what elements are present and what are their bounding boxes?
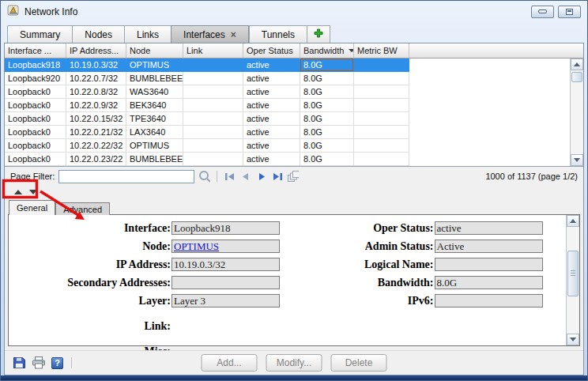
- table-row[interactable]: Loopback0 10.22.0.8/32 WAS3640 active 8.…: [5, 85, 570, 99]
- column-header-bandwidth[interactable]: Bandwidth: [300, 43, 354, 58]
- column-header-interface[interactable]: Interface ...: [5, 43, 66, 58]
- bandwidth-field: 8.0G: [435, 276, 543, 289]
- link-label: Link:: [9, 320, 172, 333]
- action-buttons: Add... Modify... Delete: [202, 354, 387, 372]
- goto-page-icon[interactable]: [287, 171, 299, 183]
- scrollbar-header-spacer: [570, 43, 583, 58]
- column-header-ip-address[interactable]: IP Address...: [66, 43, 126, 58]
- close-tab-icon[interactable]: ×: [231, 31, 236, 39]
- previous-page-icon[interactable]: [239, 171, 251, 183]
- detail-scrollbar[interactable]: [566, 215, 579, 345]
- table-row[interactable]: Loopback0 10.22.0.15/32 TPE3640 active 8…: [5, 112, 570, 126]
- cell-node: BUMBLEBEE: [126, 72, 183, 85]
- table-row[interactable]: Loopback0 10.22.0.21/32 LAX3640 active 8…: [5, 126, 570, 139]
- cell-link: [183, 99, 243, 112]
- table-row[interactable]: Loopback0 10.22.0.22/32 OPTIMUS active 8…: [5, 139, 570, 153]
- table-scrollbar[interactable]: [570, 58, 583, 166]
- last-page-icon[interactable]: [271, 171, 283, 183]
- cell-oper-status: active: [243, 139, 300, 153]
- cell-node: BUMBLEBEE: [126, 153, 183, 166]
- column-header-node[interactable]: Node: [126, 43, 183, 58]
- page-filter-input[interactable]: [58, 170, 194, 183]
- print-icon[interactable]: [32, 356, 46, 370]
- arrow-up-icon: [570, 219, 576, 223]
- bandwidth-label: Bandwidth:: [288, 277, 435, 289]
- cell-metric-bw: [354, 153, 409, 166]
- sort-desc-icon: [349, 49, 354, 52]
- network-info-window: Network Info Summary Nodes Links Interfa…: [0, 0, 588, 381]
- tab-advanced[interactable]: Advanced: [55, 202, 110, 215]
- page-filter-label: Page Filter:: [10, 172, 55, 181]
- add-tab-button[interactable]: [307, 25, 330, 43]
- cell-ip: 10.22.0.23/22: [66, 153, 126, 166]
- layer-field: Layer 3: [172, 294, 280, 307]
- cell-oper-status: active: [243, 153, 300, 166]
- cell-oper-status: active: [243, 72, 300, 85]
- logical-name-field: [435, 258, 543, 271]
- cell-interface: Loopback0: [5, 153, 66, 166]
- help-icon[interactable]: ?: [51, 357, 63, 369]
- column-header-metric-bw[interactable]: Metric BW: [354, 43, 409, 58]
- tab-interfaces[interactable]: Interfaces ×: [171, 25, 249, 43]
- table-header: Interface ... IP Address... Node Link Op…: [5, 43, 570, 58]
- plus-icon: [314, 28, 323, 40]
- cell-bandwidth: 8.0G: [300, 58, 354, 72]
- tab-label: Summary: [20, 29, 60, 40]
- pager-bar: Page Filter: 1000 of 1137 (page 1/2): [5, 167, 583, 186]
- collapse-down-icon[interactable]: [29, 190, 37, 194]
- search-icon[interactable]: [198, 171, 210, 183]
- cell-link: [183, 58, 243, 72]
- scroll-up-button[interactable]: [567, 215, 579, 227]
- cell-oper-status: active: [243, 99, 300, 112]
- scroll-down-button[interactable]: [571, 154, 583, 166]
- tab-label: Tunnels: [262, 29, 295, 40]
- detail-panel-wrap: Interface: Loopback918 Node: OPTIMUS IP …: [5, 214, 583, 350]
- secondary-addresses-label: Secondary Addresses:: [9, 277, 172, 289]
- cell-interface: Loopback0: [5, 139, 66, 153]
- next-page-icon[interactable]: [255, 171, 267, 183]
- cell-bandwidth: 8.0G: [300, 126, 354, 139]
- tab-summary[interactable]: Summary: [7, 25, 72, 43]
- add-button[interactable]: Add...: [202, 354, 258, 372]
- scrollbar-track[interactable]: [571, 70, 583, 154]
- cell-interface: Loopback920: [5, 72, 66, 85]
- maximize-button[interactable]: [558, 6, 581, 18]
- title-bar[interactable]: Network Info: [1, 1, 587, 22]
- minimize-button[interactable]: [531, 6, 554, 18]
- cell-link: [183, 139, 243, 153]
- scrollbar-thumb[interactable]: [567, 251, 579, 296]
- detail-panel: Interface: Loopback918 Node: OPTIMUS IP …: [8, 214, 580, 346]
- cell-ip: 10.22.0.7/32: [66, 72, 126, 85]
- admin-status-field: Active: [435, 240, 543, 253]
- save-icon[interactable]: [12, 356, 26, 370]
- scrollbar-thumb[interactable]: [571, 72, 582, 82]
- cell-ip: 10.22.0.22/32: [66, 139, 126, 153]
- tab-general[interactable]: General: [9, 200, 55, 215]
- cell-interface: Loopback0: [5, 85, 66, 99]
- splitter-bar[interactable]: [5, 186, 583, 198]
- first-page-icon[interactable]: [224, 171, 236, 183]
- tab-nodes[interactable]: Nodes: [72, 25, 124, 43]
- collapse-up-icon[interactable]: [14, 190, 22, 194]
- table-row[interactable]: Loopback0 10.22.0.9/32 BEK3640 active 8.…: [5, 99, 570, 112]
- scroll-down-button[interactable]: [567, 334, 579, 345]
- column-header-oper-status[interactable]: Oper Status: [243, 43, 300, 58]
- scrollbar-track[interactable]: [567, 227, 579, 334]
- modify-button[interactable]: Modify...: [266, 354, 322, 372]
- table-row[interactable]: Loopback0 10.22.0.23/22 BUMBLEBEE active…: [5, 153, 570, 166]
- table-row[interactable]: Loopback918 10.19.0.3/32 OPTIMUS active …: [5, 58, 570, 72]
- table-row[interactable]: Loopback920 10.22.0.7/32 BUMBLEBEE activ…: [5, 72, 570, 85]
- node-link[interactable]: OPTIMUS: [174, 240, 219, 252]
- cell-link: [183, 153, 243, 166]
- delete-button[interactable]: Delete: [331, 354, 387, 372]
- cell-metric-bw: [354, 99, 409, 112]
- cell-metric-bw: [354, 126, 409, 139]
- column-header-link[interactable]: Link: [183, 43, 243, 58]
- tab-links[interactable]: Links: [124, 25, 171, 43]
- scroll-up-button[interactable]: [571, 58, 583, 70]
- cell-node: LAX3640: [126, 126, 183, 139]
- cell-oper-status: active: [243, 112, 300, 126]
- table-main: Interface ... IP Address... Node Link Op…: [5, 43, 570, 166]
- arrow-up-icon: [574, 62, 580, 66]
- tab-tunnels[interactable]: Tunnels: [249, 25, 307, 43]
